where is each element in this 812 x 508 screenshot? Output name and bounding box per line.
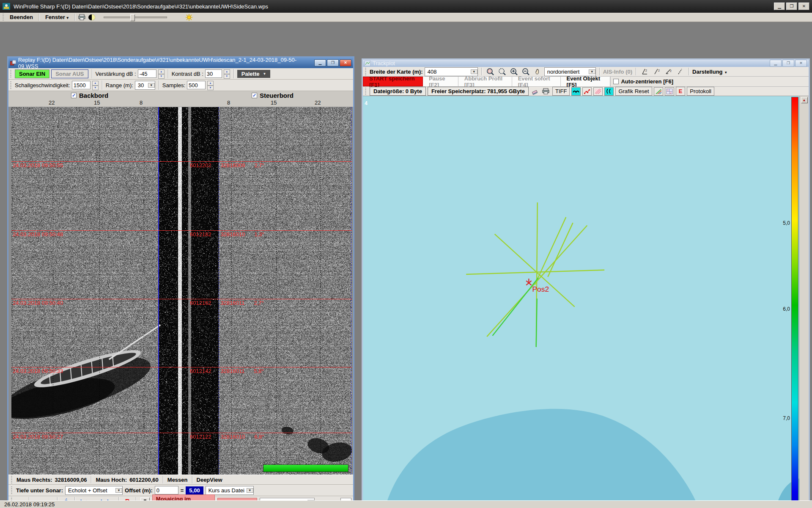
contour-button[interactable]	[604, 87, 614, 96]
schall-spinner[interactable]: ▲▼	[92, 81, 99, 89]
range-label: Range (m):	[106, 82, 133, 88]
chevron-down-icon[interactable]: ▼	[471, 69, 477, 74]
replay-minimize-button[interactable]: ▁	[314, 59, 326, 66]
trackplot-minimize-button[interactable]: ▁	[770, 60, 782, 67]
trackplot-maximize-button[interactable]: ❐	[782, 60, 794, 67]
abbruch-profil-button[interactable]: Abbruch Profil [F3]	[458, 77, 512, 86]
schallgeschwindigkeit-label: Schallgeschwindigkeit:	[15, 82, 70, 88]
mdi-workspace: Replay F:\(D) Daten\Daten\Ostsee\2018\So…	[0, 22, 812, 500]
kontrast-input[interactable]	[205, 69, 222, 78]
darstellung-button[interactable]: Darstellung ▼	[692, 69, 727, 75]
main-close-button[interactable]: ✕	[798, 3, 809, 10]
schall-input[interactable]	[72, 81, 91, 89]
daylight-button[interactable]	[184, 13, 194, 22]
tiff-export-button[interactable]: TIFF	[552, 87, 570, 96]
steuerbord-checkbox[interactable]: ✓	[252, 93, 257, 98]
slider-thumb[interactable]	[130, 14, 135, 21]
sonar-ein-button[interactable]: Sonar EIN	[15, 69, 49, 78]
event-sofort-button[interactable]: Event sofort [F4]	[512, 77, 561, 86]
auto-zentrieren-toggle[interactable]: Auto-zentrieren [F6]	[610, 77, 809, 86]
measure-distance-button[interactable]	[675, 67, 685, 76]
ais-info-button[interactable]: AIS-Info (0)	[603, 69, 632, 75]
replay-maximize-button[interactable]: ❐	[327, 59, 339, 66]
menu-beenden[interactable]: Beenden	[5, 14, 37, 21]
kurs-combo[interactable]: Kurs aus Datei ▼	[206, 486, 254, 495]
backbord-checkbox[interactable]: ✓	[71, 93, 77, 98]
hatch-icon	[595, 88, 601, 94]
angle-ruler-icon: 2	[641, 68, 648, 75]
palette-button[interactable]: Palette▼	[237, 70, 271, 78]
samples-input[interactable]	[187, 81, 206, 89]
map-canvas[interactable]: Pos2	[363, 96, 799, 508]
kontrast-spinner[interactable]: ▲▼	[224, 69, 230, 78]
breite-combo[interactable]: 408 ▼	[425, 67, 478, 76]
deepview-button[interactable]: DeepView	[197, 477, 222, 483]
protokoll-button[interactable]: Protokoll	[687, 87, 714, 96]
offset-input[interactable]	[155, 486, 178, 494]
verstaerkung-spinner[interactable]: ▲▼	[158, 69, 165, 78]
replay-titlebar[interactable]: Replay F:\(D) Daten\Daten\Ostsee\2018\So…	[8, 58, 353, 68]
colorbar-scale-up-button[interactable]: ▲	[801, 97, 808, 103]
measure-angle-1-button[interactable]: 2	[639, 67, 650, 76]
depth-colorbar	[791, 97, 798, 508]
pattern-grid-button[interactable]: 12	[665, 87, 674, 96]
chevron-down-icon[interactable]: ▼	[247, 488, 253, 493]
backbord-toggle[interactable]: ✓ Backbord	[71, 92, 108, 99]
trackplot-map[interactable]: Pos2 4 5,0 6,0 7,0 8	[363, 96, 799, 508]
zoom-in-button[interactable]	[509, 67, 519, 76]
contrast-icon	[88, 14, 96, 21]
start-speichern-button[interactable]: START speichern [F1]	[363, 77, 423, 86]
statusbar-datetime: 26.02.2018 09:19:25	[4, 501, 55, 508]
chevron-down-icon[interactable]: ▼	[589, 69, 595, 74]
map-print-button[interactable]	[541, 87, 551, 96]
replay-depth-row: Tiefe unter Sonar: Echolot + Offset ▼ Of…	[8, 484, 353, 496]
sonar-aus-button[interactable]: Sonar AUS	[51, 69, 88, 78]
ship-symbol-button[interactable]	[571, 87, 581, 96]
events-button[interactable]: E	[676, 87, 686, 96]
orientation-combo[interactable]: nordorientiert ▼	[544, 67, 596, 76]
zoom-in-icon	[510, 68, 518, 75]
chevron-down-icon[interactable]: ▼	[148, 83, 155, 88]
verstaerkung-input[interactable]	[138, 69, 156, 78]
eraser-button[interactable]	[530, 87, 540, 96]
dateigroesse-panel: Dateigröße: 0 Byte	[370, 87, 426, 96]
sun-icon	[186, 14, 192, 21]
replay-close-button[interactable]: ✕	[340, 59, 351, 66]
trackplot-titlebar[interactable]: Trackplot ▁ ❐ ✕	[363, 60, 809, 67]
samples-spinner[interactable]: ▲▼	[207, 81, 214, 89]
trackplot-window-icon	[365, 61, 370, 66]
trackpoints-button[interactable]	[582, 87, 592, 96]
angle-ruler-icon: 2	[665, 68, 672, 75]
steuerbord-toggle[interactable]: ✓ Steuerbord	[252, 92, 294, 99]
pattern-hatch-button[interactable]	[654, 87, 663, 96]
tiefe-combo[interactable]: Echolot + Offset ▼	[65, 486, 123, 495]
messen-button[interactable]: Messen	[167, 477, 188, 483]
tick-right-15: 15	[271, 99, 277, 106]
main-minimize-button[interactable]: ▁	[774, 3, 785, 10]
replay-statusbar: Maus Rechts: 32816009,06 Maus Hoch: 6012…	[8, 475, 353, 484]
maus-rechts-value: 32816009,06	[55, 477, 87, 483]
bird-icon	[573, 89, 579, 94]
zoom-out-icon	[522, 68, 529, 75]
mosaic-layer-button[interactable]	[593, 87, 603, 96]
range-combo[interactable]: 30 ▼	[135, 81, 155, 90]
trackplot-map-row: Pos2 4 5,0 6,0 7,0 8 ▲ ▼	[363, 96, 809, 508]
brightness-slider[interactable]	[104, 17, 167, 18]
chevron-down-icon[interactable]: ▼	[115, 488, 122, 493]
sonar-waterfall[interactable]: 24.03.2018 09:50:55 6012202328160092,7° …	[8, 107, 353, 475]
replay-progressbar	[263, 464, 348, 472]
trackplot-close-button[interactable]: ✕	[795, 60, 807, 67]
contrast-button[interactable]	[87, 13, 97, 22]
auto-zentrieren-checkbox[interactable]	[613, 79, 619, 84]
sonar-header: ✓ Backbord ✓ Steuerbord 22 15 8 8 15 22	[8, 91, 353, 107]
pause-button[interactable]: Pause [F2]	[423, 77, 458, 86]
grafik-reset-button[interactable]: Grafik Reset	[615, 87, 652, 96]
main-restore-button[interactable]: ❐	[786, 3, 797, 10]
measure-angle-3-button[interactable]: 2	[663, 67, 673, 76]
measure-angle-2-button[interactable]: 2	[651, 67, 661, 76]
tick-left-8: 8	[140, 99, 143, 106]
menu-fenster[interactable]: Fenster ▾	[41, 14, 73, 21]
print-button[interactable]	[77, 13, 87, 22]
sonar-canvas[interactable]	[11, 107, 352, 475]
event-objekt-button[interactable]: Event Objekt [F5]	[561, 77, 611, 86]
